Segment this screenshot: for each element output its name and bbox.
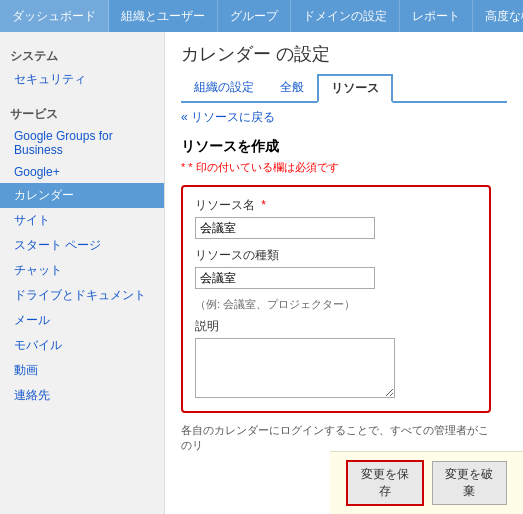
form-section-title: リソースを作成 (181, 138, 507, 156)
sidebar-item-sites[interactable]: サイト (0, 208, 164, 233)
tab-resources[interactable]: リソース (317, 74, 393, 103)
cancel-button[interactable]: 変更を破棄 (432, 461, 508, 505)
sidebar-item-security[interactable]: セキュリティ (0, 67, 164, 92)
nav-item-dashboard[interactable]: ダッシュボード (0, 0, 109, 32)
sidebar-item-mobile[interactable]: モバイル (0, 333, 164, 358)
sidebar-item-drive-docs[interactable]: ドライブとドキュメント (0, 283, 164, 308)
description-textarea[interactable] (195, 338, 395, 398)
sidebar: システム セキュリティ サービス Google Groups for Busin… (0, 32, 165, 514)
page-title: カレンダー の設定 (181, 42, 507, 66)
tab-general[interactable]: 全般 (267, 74, 317, 103)
nav-item-advanced[interactable]: 高度な機能 (473, 0, 523, 32)
sidebar-section-system: システム (0, 42, 164, 67)
main-content: カレンダー の設定 組織の設定 全般 リソース « リソースに戻る リソースを作… (165, 32, 523, 514)
nav-item-domain-settings[interactable]: ドメインの設定 (291, 0, 400, 32)
layout: システム セキュリティ サービス Google Groups for Busin… (0, 32, 523, 514)
nav-item-groups[interactable]: グループ (218, 0, 291, 32)
info-text: 各自のカレンダーにログインすることで、すべての管理者がこのリ (181, 423, 491, 453)
resource-name-required: * (261, 198, 266, 212)
back-link[interactable]: « リソースに戻る (181, 109, 275, 126)
required-note: * * 印の付いている欄は必須です (181, 160, 507, 175)
sidebar-item-chat[interactable]: チャット (0, 258, 164, 283)
tabs: 組織の設定 全般 リソース (181, 74, 507, 103)
sidebar-item-start-page[interactable]: スタート ページ (0, 233, 164, 258)
save-button[interactable]: 変更を保存 (346, 460, 424, 506)
resource-name-label: リソース名 * (195, 197, 477, 214)
description-label: 説明 (195, 318, 477, 335)
sidebar-item-mail[interactable]: メール (0, 308, 164, 333)
nav-item-reports[interactable]: レポート (400, 0, 473, 32)
resource-type-hint: （例: 会議室、プロジェクター） (195, 297, 477, 312)
nav-item-org-users[interactable]: 組織とユーザー (109, 0, 218, 32)
sidebar-item-google-groups[interactable]: Google Groups for Business (0, 125, 164, 161)
sidebar-item-calendar[interactable]: カレンダー (0, 183, 164, 208)
required-star: * (181, 161, 185, 173)
resource-type-label: リソースの種類 (195, 247, 477, 264)
tab-org-settings[interactable]: 組織の設定 (181, 74, 267, 103)
sidebar-item-contacts[interactable]: 連絡先 (0, 383, 164, 408)
sidebar-item-google-plus[interactable]: Google+ (0, 161, 164, 183)
footer-buttons: 変更を保存 変更を破棄 (330, 451, 523, 514)
form-box: リソース名 * リソースの種類 （例: 会議室、プロジェクター） 説明 (181, 185, 491, 413)
resource-type-input[interactable] (195, 267, 375, 289)
sidebar-item-video[interactable]: 動画 (0, 358, 164, 383)
resource-name-input[interactable] (195, 217, 375, 239)
top-nav: ダッシュボード 組織とユーザー グループ ドメインの設定 レポート 高度な機能 (0, 0, 523, 32)
sidebar-section-services: サービス (0, 100, 164, 125)
